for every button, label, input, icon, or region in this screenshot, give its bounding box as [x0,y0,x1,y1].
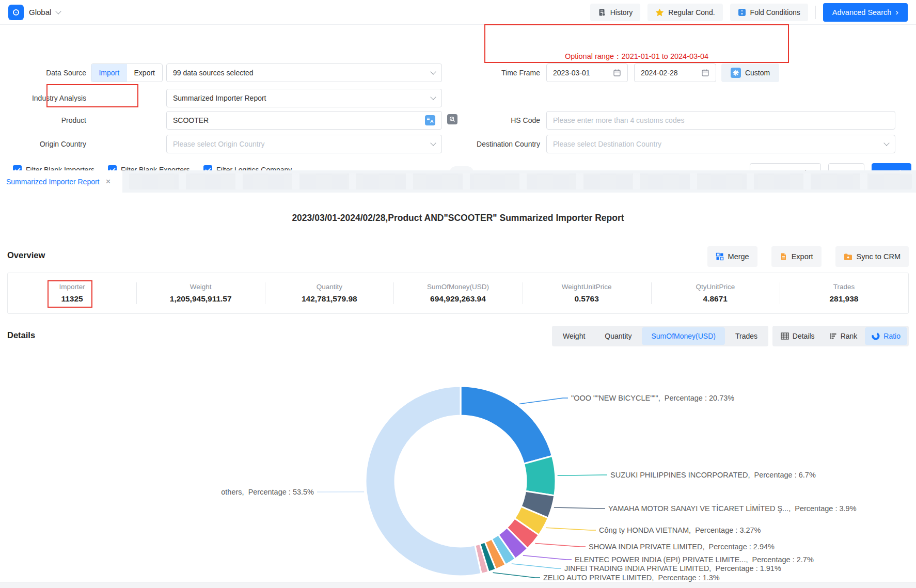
result-tab-strip: Summarized Importer Report × [0,170,916,193]
next-section-edge [0,582,916,588]
pie-label: others, Percentage : 53.5% [221,488,314,496]
hs-code-label: HS Code [457,111,540,130]
date-from-input[interactable]: 2023-03-01 [546,63,628,82]
data-source-label: Data Source [4,63,86,82]
fold-icon [738,8,746,17]
product-label: Product [4,111,86,130]
label-leader-line [554,507,605,508]
industry-analysis-label: Industry Analysis [4,89,86,107]
stat-trades: Trades 281,938 [780,273,908,313]
view-tab-details[interactable]: Details [774,327,822,345]
time-frame-label: Time Frame [457,63,540,82]
history-button[interactable]: History [590,4,641,21]
view-toggle-group: Details Rank Ratio [772,326,909,346]
search-form: Data Source Import Export 99 data source… [0,25,916,170]
ratio-donut-chart: "OOO ""NEW BICYCLE""", Percentage : 20.7… [0,356,916,588]
custom-icon [731,68,741,78]
fold-conditions-button[interactable]: Fold Conditions [730,4,808,21]
metric-tab-weight[interactable]: Weight [554,327,594,345]
data-source-segmented: Import Export [91,63,163,82]
sync-to-crm-button[interactable]: Sync to CRM [835,246,909,267]
overview-stats: Importer 11325 Weight 1,205,945,911.57 Q… [7,273,909,314]
origin-country-select[interactable]: Please select Origin Country [166,135,442,153]
origin-country-label: Origin Country [4,135,86,153]
label-leader-line [493,573,540,578]
translate-icon[interactable]: A [425,115,435,125]
close-icon[interactable]: × [106,177,111,186]
export-button[interactable]: Export [771,246,822,267]
chevron-right-icon: › [895,8,898,17]
chevron-down-icon[interactable] [56,8,61,14]
label-leader-line [519,398,568,404]
chevron-down-icon [883,140,889,146]
destination-country-label: Destination Country [457,135,540,153]
ratio-chart-area: "OOO ""NEW BICYCLE""", Percentage : 20.7… [0,356,916,588]
view-tab-ratio[interactable]: Ratio [865,327,907,345]
tab-import[interactable]: Import [91,64,127,82]
chevron-down-icon [430,69,436,74]
optional-range-note: Optional range：2021-01-01 to 2024-03-04 [484,52,789,61]
metric-toggle-group: Weight Quantity SumOfMoney(USD) Trades [552,326,768,346]
industry-analysis-select[interactable]: Summarized Importer Report [166,89,442,107]
pie-label: ZELIO AUTO PRIVATE LIMITED, Percentage :… [543,574,720,582]
custom-range-button[interactable]: Custom [721,63,779,82]
label-leader-line [558,475,607,475]
view-tab-rank[interactable]: Rank [823,327,864,345]
date-to-input[interactable]: 2024-02-28 [634,63,716,82]
stat-sum-of-money: SumOfMoney(USD) 694,929,263.94 [393,273,522,313]
tab-export[interactable]: Export [127,64,163,82]
pie-slice[interactable] [524,456,556,496]
divider [815,6,816,19]
label-leader-line [512,564,561,568]
report-title: 2023/03/01-2024/02/28,Product AND"SCOOTE… [0,213,916,224]
stat-qty-unit-price: QtyUnitPrice 4.8671 [651,273,780,313]
chevron-down-icon [430,94,436,100]
chevron-down-icon [430,140,436,146]
label-leader-line [546,528,596,530]
pie-label: ELENTEC POWER INDIA (EPI) PRIVATE LIMITE… [575,555,814,564]
history-icon [598,8,606,17]
pie-slice[interactable] [461,386,552,464]
stat-weight: Weight 1,205,945,911.57 [136,273,265,313]
data-sources-select[interactable]: 99 data sources selected [166,63,442,82]
star-icon [655,8,664,17]
top-bar: Global History Regular Cond. [0,0,916,25]
metric-tab-trades[interactable]: Trades [726,327,767,345]
exact-search-icon[interactable] [447,114,457,124]
details-heading: Details [7,330,35,340]
tab-summarized-importer-report[interactable]: Summarized Importer Report × [0,170,122,193]
sync-crm-icon [844,253,852,261]
hs-code-input[interactable]: Please enter more than 4 customs codes [546,111,895,130]
destination-country-select[interactable]: Please select Destination Country [546,135,895,153]
label-leader-line [523,555,572,560]
pie-label: JINFEI TRADING INDIA PRIVATE LIMITED, Pe… [564,564,781,573]
advanced-search-button[interactable]: Advanced Search › [823,3,908,22]
metric-tab-quantity[interactable]: Quantity [595,327,641,345]
label-leader-line [535,543,586,547]
region-icon [8,5,24,20]
metric-tab-sum-of-money[interactable]: SumOfMoney(USD) [642,327,724,345]
pie-label: YAMAHA MOTOR SANAYI VE TİCARET LİMİTED Ş… [608,504,857,513]
stat-quantity: Quantity 142,781,579.98 [265,273,393,313]
merge-button[interactable]: Merge [707,246,757,267]
overview-heading: Overview [7,250,45,260]
calendar-icon [613,69,621,77]
pie-label: SHOWA INDIA PRIVATE LIMITED, Percentage … [589,543,775,551]
donut-icon [872,332,880,340]
report-actions: Merge Export Sync to CRM [707,246,909,267]
calendar-icon [701,69,709,77]
table-icon [781,332,789,340]
product-input[interactable]: SCOOTER A [166,111,442,130]
regular-cond-button[interactable]: Regular Cond. [647,4,722,21]
svg-text:A: A [430,119,434,124]
region-selector[interactable]: Global [29,8,51,17]
stat-importer: Importer 11325 [8,273,136,313]
stat-weight-unit-price: WeightUnitPrice 0.5763 [523,273,651,313]
merge-icon [716,252,724,261]
rank-icon [829,332,837,340]
pie-label: Công ty HONDA VIETNAM, Percentage : 3.27… [599,526,761,534]
pie-label: SUZUKI PHILIPPINES INCORPORATED, Percent… [610,471,816,479]
app-page: Global History Regular Cond. [0,0,916,588]
export-icon [780,252,787,261]
blurred-background-cells [129,173,912,189]
